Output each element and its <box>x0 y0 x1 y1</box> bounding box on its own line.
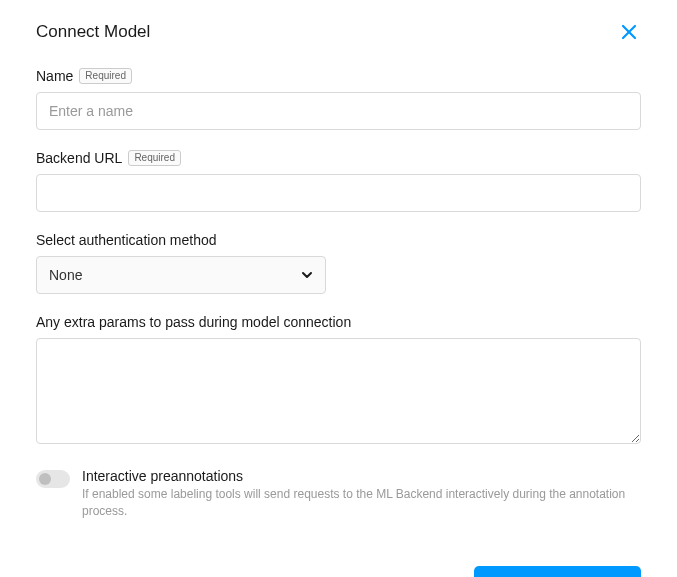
name-label: Name <box>36 68 73 84</box>
close-icon <box>621 24 637 40</box>
auth-method-label-row: Select authentication method <box>36 232 641 248</box>
extra-params-label-row: Any extra params to pass during model co… <box>36 314 641 330</box>
validate-save-button[interactable]: Validate and Save <box>474 566 641 577</box>
modal-footer: Validate and Save <box>36 566 641 577</box>
interactive-toggle-description: If enabled some labeling tools will send… <box>82 486 641 520</box>
modal-title: Connect Model <box>36 22 150 42</box>
auth-method-field-group: Select authentication method None <box>36 232 641 294</box>
backend-url-required-badge: Required <box>128 150 181 166</box>
interactive-toggle-title: Interactive preannotations <box>82 468 641 484</box>
extra-params-textarea[interactable] <box>36 338 641 444</box>
interactive-toggle-labels: Interactive preannotations If enabled so… <box>82 468 641 520</box>
backend-url-input[interactable] <box>36 174 641 212</box>
auth-method-select-wrap: None <box>36 256 326 294</box>
backend-url-field-group: Backend URL Required <box>36 150 641 212</box>
name-input[interactable] <box>36 92 641 130</box>
interactive-toggle-row: Interactive preannotations If enabled so… <box>36 468 641 520</box>
backend-url-label: Backend URL <box>36 150 122 166</box>
name-required-badge: Required <box>79 68 132 84</box>
connect-model-modal: Connect Model Name Required Backend URL … <box>0 0 677 577</box>
modal-header: Connect Model <box>36 20 641 44</box>
backend-url-label-row: Backend URL Required <box>36 150 641 166</box>
auth-method-label: Select authentication method <box>36 232 217 248</box>
close-button[interactable] <box>617 20 641 44</box>
auth-method-select[interactable]: None <box>36 256 326 294</box>
name-label-row: Name Required <box>36 68 641 84</box>
interactive-toggle[interactable] <box>36 470 70 488</box>
toggle-knob <box>39 473 51 485</box>
name-field-group: Name Required <box>36 68 641 130</box>
extra-params-label: Any extra params to pass during model co… <box>36 314 351 330</box>
extra-params-field-group: Any extra params to pass during model co… <box>36 314 641 448</box>
